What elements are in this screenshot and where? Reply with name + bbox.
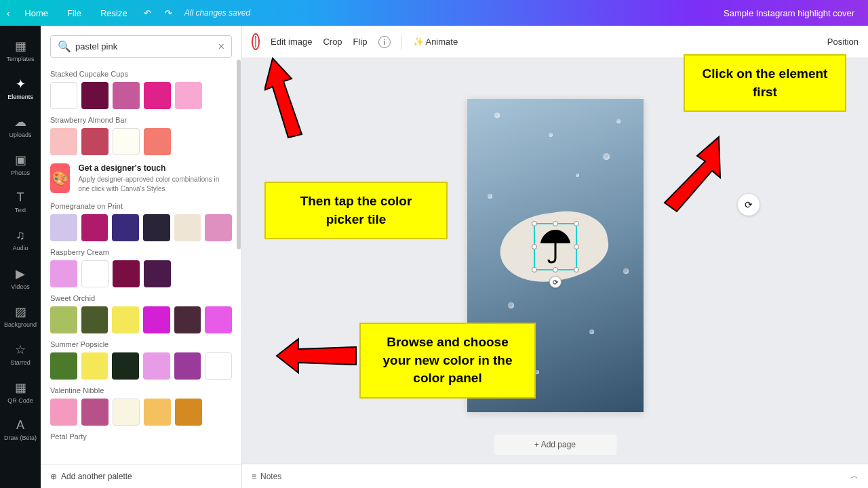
resize-handle[interactable] [532,244,537,249]
color-swatch[interactable] [81,128,108,155]
photos-icon: ▣ [15,152,26,167]
add-palette-button[interactable]: ⊕ Add another palette [41,464,241,488]
collapse-icon[interactable]: ︿ [850,470,859,482]
color-swatch[interactable] [81,399,108,426]
color-swatch[interactable] [143,306,170,333]
color-swatch[interactable] [81,214,108,241]
search-field[interactable] [75,41,218,52]
color-swatch[interactable] [175,82,202,109]
palette-title: Stacked Cupcake Cups [50,70,232,78]
designer-promo[interactable]: 🎨Get a designer's touchApply designer-ap… [50,163,232,194]
color-swatch[interactable] [50,82,77,109]
undo-icon[interactable]: ↶ [137,4,158,22]
resize-menu[interactable]: Resize [91,4,137,22]
color-swatch[interactable] [143,214,170,241]
color-swatch[interactable] [113,82,140,109]
sidebar-item-photos[interactable]: ▣Photos [0,145,41,183]
document-title[interactable]: Sample Instagram highlight cover [724,8,854,18]
sidebar-item-uploads[interactable]: ☁Uploads [0,107,41,145]
resize-handle[interactable] [574,244,579,249]
sidebar-item-drawbeta[interactable]: ADraw (Beta) [0,411,41,449]
canvas-viewport[interactable]: ⟳ ⟳ + Add page [242,58,868,464]
color-swatch[interactable] [144,260,171,287]
resize-handle[interactable] [553,267,558,272]
color-swatch[interactable] [175,399,202,426]
file-menu[interactable]: File [58,4,91,22]
tutorial-callout-2: Then tap the color picker tile [264,182,448,239]
color-swatch[interactable] [113,260,140,287]
rotate-handle[interactable]: ⟳ [549,276,561,288]
sidebar-item-elements[interactable]: ✦Elements [0,69,41,107]
left-sidebar: ▦Templates✦Elements☁Uploads▣PhotosTText♫… [0,26,41,488]
animate-button[interactable]: ✨ Animate [413,37,458,47]
qr code-icon: ▦ [15,380,26,395]
palette-icon: 🎨 [50,163,70,193]
color-picker-tile[interactable] [255,36,256,47]
color-swatch[interactable] [50,352,77,380]
color-swatch[interactable] [205,352,232,380]
add-page-button[interactable]: + Add page [494,434,616,455]
color-swatch[interactable] [81,82,108,109]
home-menu[interactable]: Home [15,4,58,22]
notes-icon[interactable]: ≡ [252,472,256,481]
color-swatch[interactable] [50,260,77,287]
edit-image-button[interactable]: Edit image [271,37,312,47]
resize-handle[interactable] [532,267,537,272]
color-swatch[interactable] [174,306,201,333]
color-swatch[interactable] [174,352,201,380]
sidebar-item-background[interactable]: ▨Background [0,297,41,335]
draw (beta)-icon: A [16,418,24,432]
plus-icon: ⊕ [50,472,57,481]
color-swatch[interactable] [112,214,139,241]
resize-handle[interactable] [574,267,579,272]
selected-element-umbrella[interactable]: ⟳ [534,223,577,270]
color-swatch[interactable] [113,399,140,426]
color-swatch[interactable] [50,128,77,155]
color-swatch[interactable] [50,399,77,426]
color-swatch[interactable] [174,214,201,241]
bottom-bar: ≡ Notes ︿ [242,464,868,488]
palette-title: Petal Party [50,432,232,441]
svg-marker-1 [665,137,720,211]
color-swatch[interactable] [113,128,140,155]
sidebar-item-qrcode[interactable]: ▦QR Code [0,373,41,411]
color-search-input[interactable]: 🔍 × [50,35,232,58]
clear-search-icon[interactable]: × [218,41,224,53]
palette-title: Pomegranate on Print [50,202,232,210]
color-swatch[interactable] [81,260,108,287]
info-icon[interactable]: i [378,36,391,48]
sidebar-item-starred[interactable]: ☆Starred [0,335,41,373]
color-swatch[interactable] [81,306,108,333]
elements-icon: ✦ [16,77,26,92]
redo-icon[interactable]: ↷ [158,4,179,22]
crop-button[interactable]: Crop [323,37,342,47]
position-button[interactable]: Position [827,37,859,47]
sidebar-item-label: Videos [11,283,29,290]
color-swatch[interactable] [144,82,171,109]
color-swatch[interactable] [144,128,171,155]
tutorial-callout-3: Browse and choose your new color in the … [359,323,536,399]
sidebar-item-text[interactable]: TText [0,183,41,221]
regenerate-icon[interactable]: ⟳ [738,194,760,216]
flip-button[interactable]: Flip [353,37,368,47]
color-swatch[interactable] [81,352,108,380]
resize-handle[interactable] [532,221,537,226]
color-swatch[interactable] [112,352,139,380]
color-swatch[interactable] [144,399,171,426]
scrollbar-thumb[interactable] [237,60,241,249]
color-swatch[interactable] [205,306,232,333]
notes-button[interactable]: Notes [260,472,281,481]
sidebar-item-videos[interactable]: ▶Videos [0,259,41,297]
svg-marker-2 [277,339,356,373]
back-icon[interactable]: ‹ [7,8,9,18]
color-swatch[interactable] [143,352,170,380]
resize-handle[interactable] [574,221,579,226]
color-swatch[interactable] [50,306,77,333]
color-swatch[interactable] [50,214,77,241]
resize-handle[interactable] [553,221,558,226]
color-swatch[interactable] [205,214,232,241]
color-swatch[interactable] [112,306,139,333]
sidebar-item-audio[interactable]: ♫Audio [0,221,41,259]
palette-title: Sweet Orchid [50,294,232,302]
sidebar-item-templates[interactable]: ▦Templates [0,31,41,69]
